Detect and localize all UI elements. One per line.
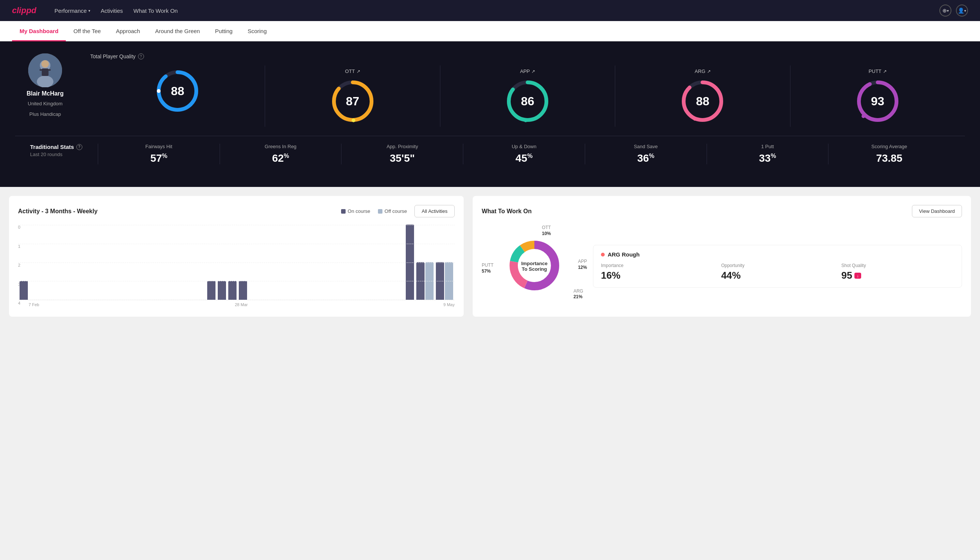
add-button[interactable]: ⊕ ▾ bbox=[939, 5, 952, 17]
tab-off-the-tee[interactable]: Off the Tee bbox=[66, 21, 108, 42]
bar-group-7 bbox=[406, 225, 414, 300]
stat-oneputt-value: 33% bbox=[759, 152, 776, 164]
legend-on-course: On course bbox=[341, 208, 370, 214]
stat-oneputt: 1 Putt 33% bbox=[707, 144, 829, 164]
metric-importance: Importance 16% bbox=[601, 263, 714, 281]
tpq-putt-value: 93 bbox=[871, 94, 885, 108]
metric-opportunity: Opportunity 44% bbox=[721, 263, 834, 281]
user-menu-button[interactable]: 👤 ▾ bbox=[956, 5, 968, 17]
donut-arg-label: ARG 21% bbox=[574, 288, 583, 300]
donut-center-text: Importance To Scoring bbox=[521, 261, 547, 272]
metric-importance-label: Importance bbox=[601, 263, 714, 268]
bar-on-8 bbox=[416, 262, 424, 300]
tpq-app-label: APP ↗ bbox=[520, 68, 535, 74]
metric-shot-quality: Shot Quality 95 ↓ bbox=[841, 263, 954, 281]
stat-greens-label: Greens In Reg bbox=[265, 144, 297, 149]
tpq-putt-label: PUTT ↗ bbox=[869, 68, 887, 74]
tab-around-the-green[interactable]: Around the Green bbox=[147, 21, 207, 42]
shot-quality-badge: ↓ bbox=[854, 273, 861, 279]
stat-period: Last 20 rounds bbox=[30, 152, 98, 157]
svg-point-21 bbox=[862, 114, 865, 118]
hero-top: Blair McHarg United Kingdom Plus Handica… bbox=[15, 53, 965, 127]
chart-bars-area bbox=[18, 225, 455, 300]
tpq-arg-label: ARG ↗ bbox=[695, 68, 710, 74]
user-icon: 👤 bbox=[958, 8, 964, 13]
chart-bars bbox=[18, 225, 455, 300]
tab-scoring[interactable]: Scoring bbox=[240, 21, 274, 42]
stat-updown-label: Up & Down bbox=[512, 144, 537, 149]
player-country: United Kingdom bbox=[28, 100, 63, 108]
plus-icon: ⊕ bbox=[942, 8, 947, 13]
tpq-overall-ring: 88 bbox=[155, 68, 200, 113]
tab-my-dashboard[interactable]: My Dashboard bbox=[12, 21, 66, 42]
nav-performance[interactable]: Performance ▾ bbox=[55, 8, 90, 14]
stat-fairways-label: Fairways Hit bbox=[146, 144, 173, 149]
wtwo-content: OTT 10% APP 12% ARG 21% PUTT 57% bbox=[482, 225, 962, 308]
arg-rough-title: ARG Rough bbox=[601, 251, 954, 258]
bar-off-9 bbox=[445, 262, 453, 300]
stat-proximity-label: App. Proximity bbox=[387, 144, 418, 149]
player-handicap: Plus Handicap bbox=[29, 110, 61, 118]
tpq-app-ring: 86 bbox=[505, 78, 550, 124]
tpq-ott-ring: 87 bbox=[330, 78, 375, 124]
bar-group-8 bbox=[416, 262, 434, 300]
tpq-app-card: APP ↗ 86 bbox=[440, 65, 615, 127]
chart-wrapper: 4 3 2 1 0 bbox=[18, 225, 455, 307]
svg-rect-5 bbox=[40, 69, 43, 71]
chart-x-labels: 7 Feb 28 Mar 9 May bbox=[18, 302, 455, 307]
tpq-help-icon[interactable]: ? bbox=[138, 53, 144, 59]
donut-putt-label: PUTT 57% bbox=[482, 263, 493, 274]
svg-point-2 bbox=[37, 76, 53, 87]
stat-sandsave-label: Sand Save bbox=[634, 144, 658, 149]
activity-legend: On course Off course bbox=[341, 208, 407, 214]
legend-on-course-dot bbox=[341, 209, 346, 213]
stat-scoring-label: Scoring Average bbox=[871, 144, 907, 149]
tpq-putt-ring: 93 bbox=[855, 78, 900, 124]
stat-label-section: Traditional Stats ? Last 20 rounds bbox=[30, 144, 98, 157]
hero-section: Blair McHarg United Kingdom Plus Handica… bbox=[0, 42, 980, 187]
wtwo-title: What To Work On bbox=[482, 208, 532, 215]
bar-group-0 bbox=[20, 281, 28, 300]
player-name: Blair McHarg bbox=[27, 90, 64, 97]
bar-on-9 bbox=[436, 262, 444, 300]
stats-bar: Traditional Stats ? Last 20 rounds Fairw… bbox=[15, 136, 965, 175]
donut-wrapper: OTT 10% APP 12% ARG 21% PUTT 57% bbox=[482, 225, 587, 308]
metric-opportunity-label: Opportunity bbox=[721, 263, 834, 268]
what-to-work-on-card: What To Work On View Dashboard OTT 10% A… bbox=[473, 196, 971, 317]
stat-updown: Up & Down 45% bbox=[463, 144, 585, 164]
wtwo-info-card: ARG Rough Importance 16% Opportunity 44%… bbox=[593, 245, 962, 288]
tab-putting[interactable]: Putting bbox=[208, 21, 240, 42]
stats-items: Fairways Hit 57% Greens In Reg 62% App. … bbox=[98, 144, 950, 164]
chevron-down-icon: ▾ bbox=[88, 8, 90, 13]
legend-off-course-dot bbox=[378, 209, 383, 213]
tpq-circles: 88 OTT ↗ 87 bbox=[90, 65, 965, 127]
brand-logo: clippd bbox=[12, 6, 37, 15]
bar-group-6 bbox=[239, 281, 247, 300]
donut-ott-label: OTT 10% bbox=[542, 225, 551, 237]
tpq-ott-value: 87 bbox=[346, 94, 359, 108]
stat-updown-value: 45% bbox=[516, 152, 532, 164]
tpq-ott-label: OTT ↗ bbox=[345, 68, 360, 74]
view-dashboard-button[interactable]: View Dashboard bbox=[912, 205, 962, 217]
donut-app-label: APP 12% bbox=[578, 259, 587, 270]
bottom-section: Activity - 3 Months - Weekly On course O… bbox=[0, 187, 980, 326]
stat-greens: Greens In Reg 62% bbox=[220, 144, 341, 164]
all-activities-button[interactable]: All Activities bbox=[414, 205, 455, 217]
bar-group-4 bbox=[218, 281, 226, 300]
tpq-overall-value: 88 bbox=[171, 84, 184, 98]
bar-group-3 bbox=[207, 281, 215, 300]
bar-off-8 bbox=[425, 262, 434, 300]
metric-shot-quality-label: Shot Quality bbox=[841, 263, 954, 268]
bar-on-3 bbox=[207, 281, 215, 300]
stat-help-icon[interactable]: ? bbox=[77, 144, 82, 150]
stat-oneputt-label: 1 Putt bbox=[761, 144, 774, 149]
stat-scoring-value: 73.85 bbox=[876, 152, 903, 164]
chevron-add-icon: ▾ bbox=[947, 8, 949, 13]
stat-fairways: Fairways Hit 57% bbox=[98, 144, 220, 164]
bar-on-4 bbox=[218, 281, 226, 300]
stat-proximity-value: 35'5" bbox=[389, 152, 415, 164]
nav-what-to-work-on[interactable]: What To Work On bbox=[133, 8, 178, 14]
nav-activities[interactable]: Activities bbox=[101, 8, 123, 14]
tpq-arg-card: ARG ↗ 88 bbox=[615, 65, 790, 127]
tab-approach[interactable]: Approach bbox=[108, 21, 147, 42]
